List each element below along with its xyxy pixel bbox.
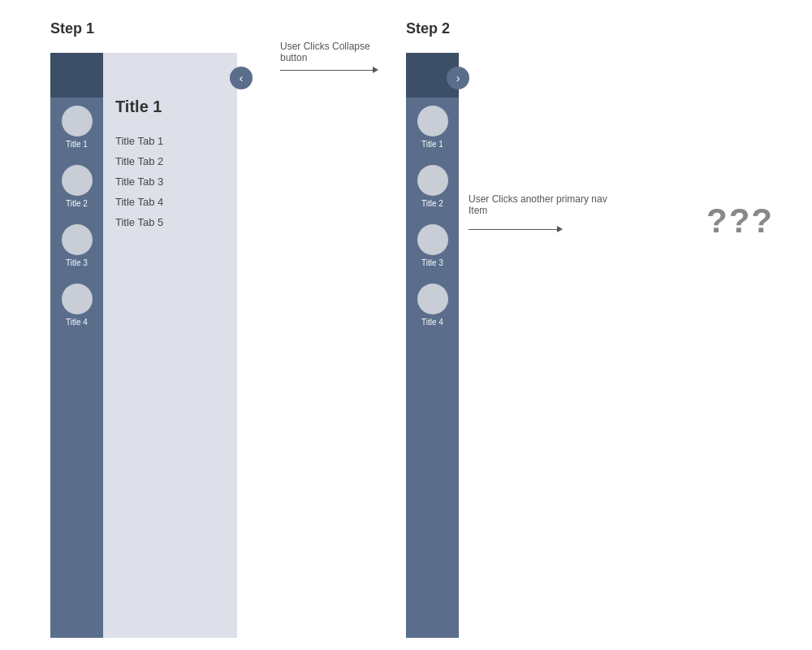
step2-sidebar: Title 1 Title 2 Title 3 Title 4 (406, 53, 459, 638)
tab-item-1[interactable]: Title Tab 1 (115, 131, 237, 151)
nav-icon-title4 (62, 284, 93, 314)
nav-label-title1: Title 1 (66, 140, 88, 149)
nav2-label-title2: Title 2 (421, 199, 443, 208)
collapse-annotation: User Clicks Collapse button (280, 41, 370, 63)
nav2-item-title3[interactable]: Title 3 (406, 216, 459, 275)
step1-primary-nav: Title 1 Title 2 Title 3 Title 4 (50, 53, 103, 638)
collapse-arrow (280, 70, 374, 71)
nav-item-title1[interactable]: Title 1 (50, 98, 103, 157)
collapse-button[interactable]: ‹ (230, 67, 253, 89)
nav-icon-title3 (62, 224, 93, 255)
page: Step 1 Title 1 Title 2 Title 3 (0, 0, 812, 650)
nav-label-title4: Title 4 (66, 318, 88, 327)
step2-label: Step 2 (406, 20, 450, 37)
step1-label: Step 1 (50, 20, 94, 37)
nav-icon-title2 (62, 165, 93, 196)
nav-header-block (50, 53, 103, 98)
nav2-item-title4[interactable]: Title 4 (406, 275, 459, 335)
step1-secondary-nav: Title 1 Title Tab 1 Title Tab 2 Title Ta… (103, 53, 237, 638)
nav-item-title2[interactable]: Title 2 (50, 157, 103, 216)
nav2-label-title3: Title 3 (421, 258, 443, 267)
nav2-icon-title1 (417, 106, 448, 136)
nav-item-title3[interactable]: Title 3 (50, 216, 103, 275)
annotation-line1: User Clicks Collapse (280, 41, 370, 52)
tab-item-3[interactable]: Title Tab 3 (115, 171, 237, 192)
secondary-nav-title: Title 1 (115, 98, 237, 116)
nav-item-title4[interactable]: Title 4 (50, 275, 103, 335)
nav2-icon-title4 (417, 284, 448, 314)
nav-label-title2: Title 2 (66, 199, 88, 208)
nav2-icon-title3 (417, 224, 448, 255)
annotation-line2: button (280, 52, 307, 63)
step2-primary-nav: Title 1 Title 2 Title 3 Title 4 (406, 53, 459, 638)
nav2-icon-title2 (417, 165, 448, 196)
nav-click-arrow (469, 229, 558, 230)
expand-button[interactable]: › (447, 67, 469, 89)
tab-item-2[interactable]: Title Tab 2 (115, 151, 237, 171)
nav-annotation-line2: Item (469, 205, 487, 216)
nav2-item-title2[interactable]: Title 2 (406, 157, 459, 216)
nav-label-title3: Title 3 (66, 258, 88, 267)
nav-icon-title1 (62, 106, 93, 136)
nav-click-annotation: User Clicks another primary nav Item (469, 193, 607, 216)
nav2-label-title4: Title 4 (421, 318, 443, 327)
question-marks: ??? (706, 202, 774, 240)
nav2-label-title1: Title 1 (421, 140, 443, 149)
tab-item-5[interactable]: Title Tab 5 (115, 212, 237, 232)
nav2-item-title1[interactable]: Title 1 (406, 98, 459, 157)
nav-annotation-line1: User Clicks another primary nav (469, 193, 607, 205)
step1-sidebar: Title 1 Title 2 Title 3 Title 4 Title 1 … (50, 53, 237, 638)
tab-item-4[interactable]: Title Tab 4 (115, 192, 237, 212)
